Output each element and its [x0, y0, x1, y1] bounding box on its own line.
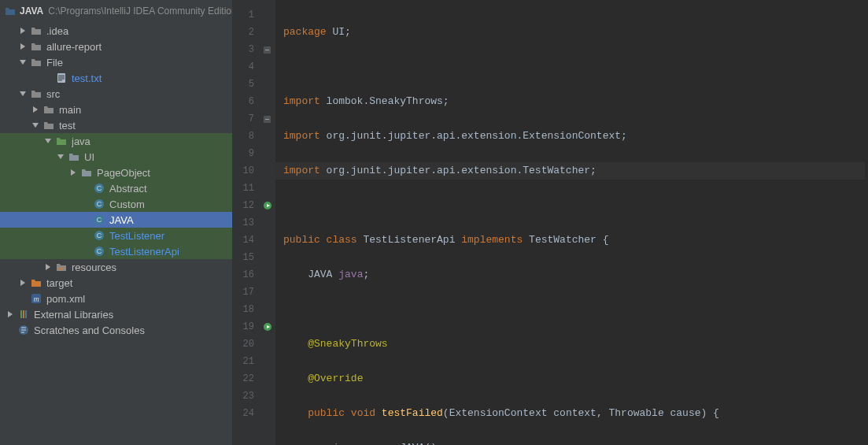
chevron-right-icon[interactable]: [17, 41, 28, 52]
editor-gutter[interactable]: 123456789101112131415161718192021222324: [232, 0, 275, 445]
fold-icon: [259, 41, 275, 58]
class-icon: [93, 182, 105, 195]
tree-item-pom[interactable]: pom.xml: [0, 291, 232, 306]
folder-icon: [42, 103, 55, 116]
chevron-down-icon[interactable]: [30, 120, 41, 131]
resources-icon: [55, 261, 68, 273]
line-numbers: 123456789101112131415161718192021222324: [232, 0, 259, 445]
code-area[interactable]: package UI; import lombok.SneakyThrows; …: [275, 0, 868, 445]
tree-item-java[interactable]: java: [0, 133, 232, 149]
class-icon: [93, 245, 105, 258]
tree-item-test[interactable]: test: [0, 117, 232, 133]
tree-item-scratches[interactable]: Scratches and Consoles: [0, 322, 232, 338]
class-icon: [93, 198, 105, 210]
run-gutter-icon[interactable]: [259, 318, 275, 336]
tree-item-pageobject[interactable]: PageObject: [0, 165, 232, 180]
breadcrumb: JAVA C:\Programs\IntelliJ IDEA Community…: [0, 0, 232, 21]
project-name: JAVA: [20, 6, 43, 17]
chevron-right-icon[interactable]: [17, 25, 28, 36]
chevron-right-icon[interactable]: [17, 277, 28, 288]
tree-item-ui[interactable]: UI: [0, 149, 232, 165]
scratch-icon: [17, 324, 30, 336]
tree-item-resources[interactable]: resources: [0, 259, 232, 275]
tree-item-allure[interactable]: allure-report: [0, 39, 232, 54]
maven-icon: [30, 292, 42, 305]
library-icon: [17, 308, 30, 321]
tree-item-external-libs[interactable]: External Libraries: [0, 306, 232, 322]
tree-item-idea[interactable]: .idea: [0, 23, 232, 39]
folder-icon: [30, 24, 42, 37]
chevron-down-icon[interactable]: [42, 135, 54, 146]
folder-icon: [80, 166, 93, 179]
folder-orange-icon: [30, 276, 42, 289]
ide-root: JAVA C:\Programs\IntelliJ IDEA Community…: [0, 0, 868, 445]
tree-item-main[interactable]: main: [0, 102, 232, 117]
tree-item-testlistenerapi[interactable]: TestListenerApi: [0, 243, 232, 259]
folder-icon: [30, 56, 42, 69]
chevron-down-icon[interactable]: [17, 57, 28, 68]
folder-icon: [42, 119, 55, 132]
tree-item-target[interactable]: target: [0, 275, 232, 291]
tree-item-testlistener[interactable]: TestListener: [0, 228, 232, 243]
code-editor[interactable]: 123456789101112131415161718192021222324 …: [232, 0, 868, 445]
tree-item-file[interactable]: File: [0, 54, 232, 70]
project-path: C:\Programs\IntelliJ IDEA Community Edit…: [48, 6, 232, 17]
tree-item-abstract[interactable]: Abstract: [0, 180, 232, 196]
file-icon: [55, 72, 68, 84]
chevron-right-icon[interactable]: [42, 261, 54, 273]
tree-item-test-txt[interactable]: test.txt: [0, 70, 232, 86]
project-sidebar[interactable]: JAVA C:\Programs\IntelliJ IDEA Community…: [0, 0, 232, 445]
folder-icon: [30, 87, 42, 100]
project-icon: [5, 5, 16, 17]
tree-item-custom[interactable]: Custom: [0, 196, 232, 212]
folder-icon: [68, 150, 80, 163]
fold-icon: [259, 110, 275, 128]
chevron-down-icon[interactable]: [17, 88, 28, 99]
chevron-down-icon[interactable]: [55, 151, 66, 162]
run-gutter-icon[interactable]: [259, 197, 275, 214]
gutter-markers[interactable]: [259, 0, 275, 445]
chevron-right-icon[interactable]: [30, 104, 41, 115]
chevron-right-icon[interactable]: [68, 167, 79, 178]
tree-item-src[interactable]: src: [0, 86, 232, 102]
class-icon: [93, 229, 105, 242]
chevron-right-icon[interactable]: [5, 309, 16, 320]
folder-green-icon: [55, 135, 68, 147]
folder-icon: [30, 40, 42, 53]
project-tree[interactable]: .idea allure-report File test.txt src ma…: [0, 21, 232, 338]
class-icon: [93, 213, 105, 226]
tree-item-java-class[interactable]: JAVA: [0, 212, 232, 228]
